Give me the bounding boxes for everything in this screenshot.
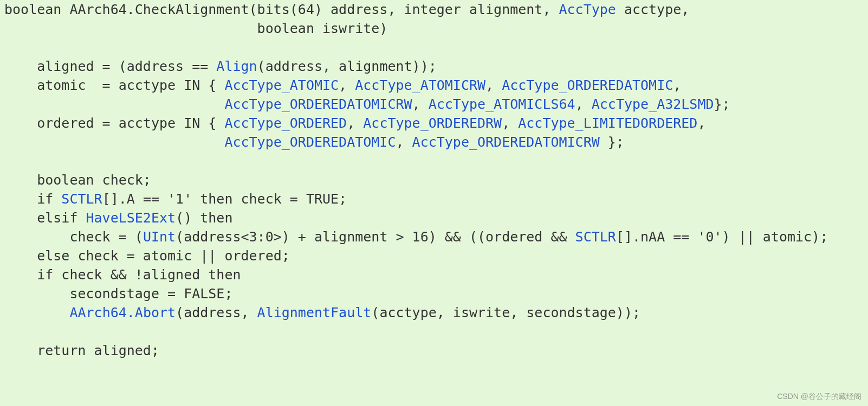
fn-link[interactable]: HaveLSE2Ext [86,210,176,226]
enum-link[interactable]: AccType_ORDERED [224,115,347,131]
enum-link[interactable]: AccType_ATOMICLS64 [429,96,575,112]
enum-link[interactable]: AccType_ORDEREDATOMIC [224,134,396,150]
enum-link[interactable]: AccType_A32LSMD [592,96,714,112]
fn-link[interactable]: AlignmentFault [257,305,372,320]
code-line: AccType_ORDEREDATOMICRW, AccType_ATOMICL… [4,96,730,112]
enum-link[interactable]: AccType_ATOMIC [224,77,339,93]
code-line: boolean AArch64.CheckAlignment(bits(64) … [4,2,689,17]
code-line: else check = atomic || ordered; [4,248,290,264]
enum-link[interactable]: AccType_LIMITEDORDERED [518,115,697,131]
enum-link[interactable]: AccType_ATOMICRW [355,77,485,93]
code-line: return aligned; [4,343,159,358]
fn-link[interactable]: Align [216,58,257,74]
code-line: boolean check; [4,172,151,188]
code-block: boolean AArch64.CheckAlignment(bits(64) … [0,0,868,360]
code-line: AccType_ORDEREDATOMIC, AccType_ORDEREDAT… [4,134,624,150]
code-line: boolean iswrite) [4,21,387,36]
enum-link[interactable]: AccType_ORDEREDATOMICRW [224,96,412,112]
enum-link[interactable]: AccType_ORDEREDATOMIC [502,77,673,93]
type-link[interactable]: AccType [559,2,616,17]
code-line: secondstage = FALSE; [4,286,232,302]
code-line: aligned = (address == Align(address, ali… [4,58,437,74]
code-line: if SCTLR[].A == '1' then check = TRUE; [4,191,347,207]
fn-link[interactable]: UInt [143,229,176,245]
watermark-text: CSDN @谷公子的藏经阁 [777,392,861,402]
code-line: if check && !aligned then [4,267,241,283]
code-line: AArch64.Abort(address, AlignmentFault(ac… [4,305,640,320]
fn-link[interactable]: AArch64.Abort [69,305,176,320]
code-line: elsif HaveLSE2Ext() then [4,210,232,226]
enum-link[interactable]: AccType_ORDEREDATOMICRW [412,134,600,150]
enum-link[interactable]: AccType_ORDEREDRW [363,115,502,131]
reg-link[interactable]: SCTLR [61,191,102,207]
reg-link[interactable]: SCTLR [575,229,616,245]
code-line: ordered = acctype IN { AccType_ORDERED, … [4,115,705,131]
code-line: atomic = acctype IN { AccType_ATOMIC, Ac… [4,77,681,93]
code-line: check = (UInt(address<3:0>) + alignment … [4,229,828,245]
